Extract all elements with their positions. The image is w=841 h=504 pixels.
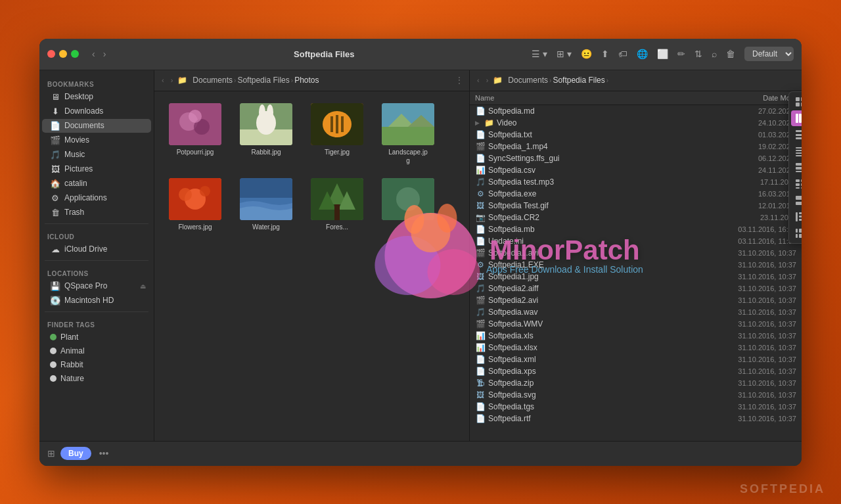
file-row-avi2[interactable]: 🎬 Softpedia2.avi 31.10.2016, 10:37 [470,294,802,306]
sidebar-item-rabbit[interactable]: Rabbit [42,358,151,371]
right-pane-forward-btn[interactable]: › [484,76,491,85]
vs-columns-icon[interactable] [791,110,802,126]
svg-rect-39 [796,134,802,136]
file-item-gen[interactable] [375,174,441,235]
file-row-csv[interactable]: 📊 Softpedia.csv 24.11.202... [470,164,802,176]
file-row-date: 31.10.2016, 10:37 [704,403,796,411]
sidebar-item-qspace[interactable]: 💾 QSpace Pro ⏏ [42,279,151,293]
file-row-svg[interactable]: 🖼 Softpedia.svg 31.10.2016, 10:37 [470,389,802,401]
pane-back-btn[interactable]: ‹ [160,76,166,85]
right-pane-back-btn[interactable]: ‹ [475,76,482,85]
sidebar-item-nature[interactable]: Nature [42,372,151,385]
file-row-xls[interactable]: 📊 Softpedia.xls 31.10.2016, 10:37 [470,330,802,342]
file-item-rabbit[interactable]: Rabbit.jpg [233,99,299,169]
minimize-button[interactable] [59,50,67,58]
file-row-xlsx[interactable]: 📊 Softpedia.xlsx 31.10.2016, 10:37 [470,342,802,354]
vs-grid-icon-2[interactable] [791,176,802,192]
bottom-more-icon[interactable]: ••• [99,448,109,459]
bc-sep-1: › [234,77,236,84]
bc-documents[interactable]: Documents [193,76,233,85]
file-item-landscape[interactable]: Landscape.jpg [375,99,441,169]
file-row-jpg1[interactable]: 🖼 Softpedia1.jpg 31.10.2016, 10:37 [470,271,802,283]
file-row-date: 03.11.2016, 11:38 [704,237,796,245]
sidebar-item-music[interactable]: 🎵 Music [42,148,151,162]
expand-arrow[interactable]: ▶ [475,120,480,126]
sort-icon[interactable]: ⇅ [694,49,702,59]
vs-list-icon-3[interactable] [791,160,802,175]
trash-icon[interactable]: 🗑 [726,49,735,59]
col-date-header[interactable]: Date Mo... [704,94,796,102]
file-row-xps[interactable]: 📄 Softpedia.xps 31.10.2016, 10:37 [470,365,802,377]
share-icon[interactable]: ⬆ [601,49,609,59]
file-row-wav[interactable]: 🎵 Softpedia.wav 31.10.2016, 10:37 [470,306,802,318]
sidebar-item-pictures[interactable]: 🖼 Pictures [42,162,151,176]
file-row-gif[interactable]: 🖼 Softpedia Test.gif 12.01.201... [470,200,802,212]
sidebar-item-plant[interactable]: Plant [42,331,151,344]
file-row-syncsettings[interactable]: 📄 SyncSettings.ffs_gui 06.12.202... [470,152,802,164]
sidebar-item-documents[interactable]: 📄 Documents [42,119,151,133]
file-item-flowers[interactable]: Flowers.jpg [162,174,228,235]
sidebar-item-icloud[interactable]: ☁ iCloud Drive [42,242,151,256]
vs-icon-7[interactable] [791,193,802,208]
file-row-aiff[interactable]: 🎵 Softpedia2.aiff 31.10.2016, 10:37 [470,283,802,294]
file-item-potpourri[interactable]: Potpourri.jpg [162,99,228,169]
sidebar-item-applications[interactable]: ⚙ Applications [42,191,151,205]
col-name-header[interactable]: Name [475,94,704,102]
sidebar-item-macintosh[interactable]: 💽 Macintosh HD [42,294,151,308]
emoji-icon[interactable]: 😐 [581,49,592,59]
file-row-mb[interactable]: 📄 Softpedia.mb 03.11.2016, 16:59 [470,223,802,235]
close-button[interactable] [47,50,55,58]
bc-softpedia-files[interactable]: Softpedia Files [237,76,289,85]
sidebar-item-movies[interactable]: 🎬 Movies [42,133,151,147]
maximize-button[interactable] [71,50,79,58]
tag-icon[interactable]: 🏷 [618,49,627,59]
file-row-zip[interactable]: 🗜 Softpedia.zip 31.10.2016, 10:37 [470,377,802,389]
file-row-video[interactable]: ▶ 📁 Video 24.10.202... [470,117,802,129]
file-row-softpedia-mp4[interactable]: 🎬 Softpedia_1.mp4 19.02.202... [470,141,802,152]
file-row-exe[interactable]: ⚙ Softpedia.exe 16.03.201... [470,188,802,200]
file-row-tgs[interactable]: 📄 Softpedia.tgs 31.10.2016, 10:37 [470,401,802,413]
vs-grid-icon[interactable] [791,94,802,110]
file-row-softpedia-txt[interactable]: 📄 Softpedia.txt 01.03.202... [470,129,802,141]
file-item-forest[interactable]: Fores... [304,174,370,235]
file-row-rtf[interactable]: 📄 Softpedia.rtf 31.10.2016, 10:37 [470,413,802,424]
file-row-exe1[interactable]: ⚙ Softpedia1.EXE 31.10.2016, 10:37 [470,259,802,271]
bc-right-documents[interactable]: Documents [508,76,548,85]
file-row-mp3[interactable]: 🎵 Softpedia test.mp3 17.11.2020 [470,176,802,188]
svg-rect-63 [799,234,802,238]
eject-button[interactable]: ⏏ [140,283,146,290]
file-row-softpedia-md[interactable]: 📄 Softpedia.md 27.02.202... [470,105,802,117]
file-row-xml[interactable]: 📄 Softpedia.xml 31.10.2016, 10:37 [470,354,802,365]
file-row-avi1[interactable]: 🎬 Softpedia1.avi 31.10.2016, 10:37 [470,247,802,259]
vs-icon-8[interactable] [791,209,802,225]
forward-button[interactable]: › [101,47,109,60]
bc-right-softpedia[interactable]: Softpedia Files [553,76,604,85]
pane-options-btn[interactable]: ⋮ [455,75,464,85]
vs-list-icon-1[interactable] [791,127,802,143]
sidebar-item-animal[interactable]: Animal [42,344,151,357]
bottom-grid-icon[interactable]: ⊞ [47,448,55,459]
sidebar-item-catalin[interactable]: 🏠 catalin [42,177,151,191]
vs-list-icon-2[interactable] [791,143,802,159]
sidebar-item-trash[interactable]: 🗑 Trash [42,206,151,219]
screen-icon[interactable]: ⬜ [657,49,668,59]
file-row-cr2[interactable]: 📷 Softpedia.CR2 23.11.2016 [470,212,802,223]
list-view-icon[interactable]: ☰ ▾ [532,49,547,59]
sidebar-item-downloads[interactable]: ⬇ Downloads [42,104,151,118]
buy-button[interactable]: Buy [60,447,91,460]
file-item-water[interactable]: Water.jpg [233,174,299,235]
edit-icon[interactable]: ✏ [677,49,685,59]
globe-icon[interactable]: 🌐 [637,49,648,59]
view-dropdown[interactable]: Default [744,47,794,61]
file-item-tiger[interactable]: Tiger.jpg [304,99,370,169]
sidebar-item-desktop[interactable]: 🖥 Desktop [42,90,151,104]
bc-photos[interactable]: Photos [294,76,319,85]
vs-icon-9[interactable] [791,225,802,241]
grid-view-icon[interactable]: ⊞ ▾ [557,49,572,59]
search-icon[interactable]: ⌕ [712,49,717,59]
file-row-ini[interactable]: 📄 Update.ini 03.11.2016, 11:38 [470,235,802,247]
file-row-wmv[interactable]: 🎬 Softpedia.WMV 31.10.2016, 10:37 [470,318,802,330]
pane-forward-btn[interactable]: › [169,76,175,85]
file-row-date: 17.11.2020 [704,178,796,186]
back-button[interactable]: ‹ [89,47,98,60]
